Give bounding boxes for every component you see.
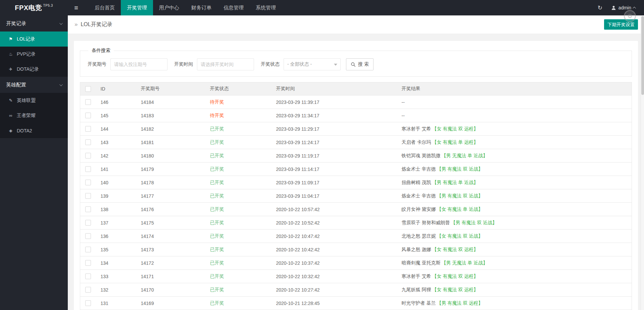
sidebar-item-honor-of-kings[interactable]: ∞ 王者荣耀 xyxy=(0,108,68,123)
cell-issue: 14169 xyxy=(137,297,206,310)
cell-id: 140 xyxy=(96,176,137,189)
cell-time: 2020-10-22 10:42:42 xyxy=(272,243,397,256)
nav-item-finance-orders[interactable]: 财务订单 xyxy=(185,0,217,15)
draw-time-input[interactable] xyxy=(197,58,254,70)
cell-status: 已开奖 xyxy=(210,300,224,306)
breadcrumb-arrow-icon: » xyxy=(75,21,78,28)
table-row: 141 14179 已开奖 2023-03-29 11:14:17 炼金术士 辛… xyxy=(80,163,632,176)
draw-status-select[interactable]: - 全部状态 - xyxy=(284,58,341,70)
cell-time: 2020-10-22 10:52:42 xyxy=(272,216,397,230)
cell-id: 132 xyxy=(96,283,137,297)
cell-time: 2020-10-22 10:37:42 xyxy=(272,256,397,270)
row-checkbox[interactable] xyxy=(85,139,91,145)
refresh-icon[interactable]: ↻ xyxy=(592,0,608,15)
cell-result: -- xyxy=(397,96,632,109)
result-name: -- xyxy=(402,100,405,105)
sidebar-item-label: 王者荣耀 xyxy=(17,113,36,119)
row-checkbox[interactable] xyxy=(85,220,91,226)
cell-time: 2023-03-29 11:34:17 xyxy=(272,109,397,122)
scrollbar-thumb[interactable] xyxy=(641,16,644,95)
sidebar-group-label: 英雄配置 xyxy=(6,82,26,88)
sidebar-group-draw-records-items: ⚑ LOL记录 ♨ PVP记录 ✈ DOTA记录 xyxy=(0,32,68,77)
content-area: 条件搜索 开奖期号 开奖时间 开奖状态 - 全部状态 - xyxy=(68,34,644,310)
vertical-scrollbar[interactable] xyxy=(641,15,644,310)
row-checkbox[interactable] xyxy=(85,260,91,266)
cell-id: 142 xyxy=(96,149,137,163)
result-name: 铁铠冥魂 莫德凯撒 xyxy=(402,153,441,158)
result-name: 扭曲树精 茂凯 xyxy=(402,180,431,185)
select-all-checkbox[interactable] xyxy=(85,86,91,92)
cell-id: 135 xyxy=(96,243,137,256)
row-checkbox[interactable] xyxy=(85,193,91,199)
cell-result: 寒冰射手 艾希【女 有魔法 双 远程】 xyxy=(397,122,632,136)
row-checkbox[interactable] xyxy=(85,153,91,159)
row-checkbox[interactable] xyxy=(85,300,91,306)
cell-result: 扭曲树精 茂凯【男 有魔法 单 近战】 xyxy=(397,176,632,189)
cell-status: 已开奖 xyxy=(210,139,224,145)
cell-result: -- xyxy=(397,109,632,122)
result-attr: 【女 有魔法 双 远程】 xyxy=(432,273,478,279)
row-checkbox[interactable] xyxy=(85,166,91,172)
sidebar-item-dota-records[interactable]: ✈ DOTA记录 xyxy=(0,62,68,77)
flag-icon: ⚑ xyxy=(7,37,14,42)
search-button[interactable]: 搜 索 xyxy=(346,58,374,70)
issue-input[interactable] xyxy=(110,58,167,70)
row-checkbox[interactable] xyxy=(85,273,91,279)
row-checkbox[interactable] xyxy=(85,247,91,252)
sidebar-item-pvp-records[interactable]: ♨ PVP记录 xyxy=(0,47,68,62)
result-name: 炼金术士 辛吉德 xyxy=(402,166,436,172)
cell-issue: 14183 xyxy=(137,109,206,122)
header-id: ID xyxy=(96,82,137,96)
nav-item-info-management[interactable]: 信息管理 xyxy=(217,0,250,15)
nav-item-home[interactable]: 后台首页 xyxy=(89,0,121,15)
result-name: 北地之怒 瑟庄妮 xyxy=(402,233,436,239)
row-checkbox[interactable] xyxy=(85,126,91,132)
nav-item-draw-management[interactable]: 开奖管理 xyxy=(121,0,153,15)
nav-item-system-management[interactable]: 系统管理 xyxy=(250,0,282,15)
table-row: 139 14177 已开奖 2023-03-29 11:04:17 炼金术士 辛… xyxy=(80,189,632,203)
result-attr: 【女 有魔法 双 近战】 xyxy=(437,233,483,239)
cell-issue: 14174 xyxy=(137,230,206,243)
cell-status: 待开奖 xyxy=(210,113,224,118)
row-checkbox[interactable] xyxy=(85,287,91,293)
username: admin xyxy=(618,5,631,10)
cell-time: 2023-03-29 11:19:17 xyxy=(272,149,397,163)
cell-id: 137 xyxy=(96,216,137,230)
cell-result: 雪原双子 努努和威朗普【男 有魔法 双 近战】 xyxy=(397,216,632,230)
row-checkbox[interactable] xyxy=(85,113,91,118)
nav-item-user-center[interactable]: 用户中心 xyxy=(153,0,185,15)
search-form: 开奖期号 开奖时间 开奖状态 - 全部状态 - xyxy=(86,58,626,70)
cell-time: 2023-03-29 11:14:17 xyxy=(272,163,397,176)
sidebar-group-hero-config-items: ✎ 英雄联盟 ∞ 王者荣耀 ◈ DOTA2 xyxy=(0,93,68,138)
cell-id: 138 xyxy=(96,203,137,216)
cell-result: 时光守护者 基兰【男 有魔法 双 远程】 xyxy=(397,297,632,310)
cell-id: 146 xyxy=(96,96,137,109)
cell-result: 九尾妖狐 阿狸【女 有魔法 双 远程】 xyxy=(397,283,632,297)
cell-id: 131 xyxy=(96,297,137,310)
row-checkbox[interactable] xyxy=(85,99,91,105)
result-name: 九尾妖狐 阿狸 xyxy=(402,287,431,292)
sidebar-item-league-of-legends[interactable]: ✎ 英雄联盟 xyxy=(0,93,68,108)
draw-status-selected-value: - 全部状态 - xyxy=(287,61,312,67)
cell-issue: 14175 xyxy=(137,216,206,230)
table-row: 131 14169 已开奖 2020-10-21 12:28:45 时光守护者 … xyxy=(80,297,632,310)
row-checkbox[interactable] xyxy=(85,206,91,212)
sidebar-group-hero-config[interactable]: 英雄配置 xyxy=(0,77,68,93)
table-row: 143 14181 已开奖 2023-03-29 11:24:17 天启者 卡尔… xyxy=(80,136,632,149)
result-attr: 【男 有魔法 双 近战】 xyxy=(437,193,483,198)
sidebar-item-dota2[interactable]: ◈ DOTA2 xyxy=(0,123,68,138)
cell-issue: 14179 xyxy=(137,163,206,176)
row-checkbox[interactable] xyxy=(85,180,91,185)
cell-time: 2023-03-29 11:09:17 xyxy=(272,176,397,189)
result-name: -- xyxy=(402,113,405,118)
row-checkbox[interactable] xyxy=(85,233,91,239)
records-card: 条件搜索 开奖期号 开奖时间 开奖状态 - 全部状态 - xyxy=(74,41,638,310)
cell-time: 2020-10-22 10:32:42 xyxy=(272,270,397,283)
fire-icon: ♨ xyxy=(7,52,14,57)
result-name: 皎月女神 黛安娜 xyxy=(402,206,436,212)
sidebar-item-lol-records[interactable]: ⚑ LOL记录 xyxy=(0,32,68,47)
menu-toggle-icon[interactable]: ≡ xyxy=(68,0,85,15)
sidebar-group-draw-records[interactable]: 开奖记录 xyxy=(0,15,68,32)
user-icon xyxy=(611,5,616,10)
app-window: FPX电竞TP5.3 ≡ 后台首页 开奖管理 用户中心 财务订单 信息管理 系统… xyxy=(0,0,644,310)
